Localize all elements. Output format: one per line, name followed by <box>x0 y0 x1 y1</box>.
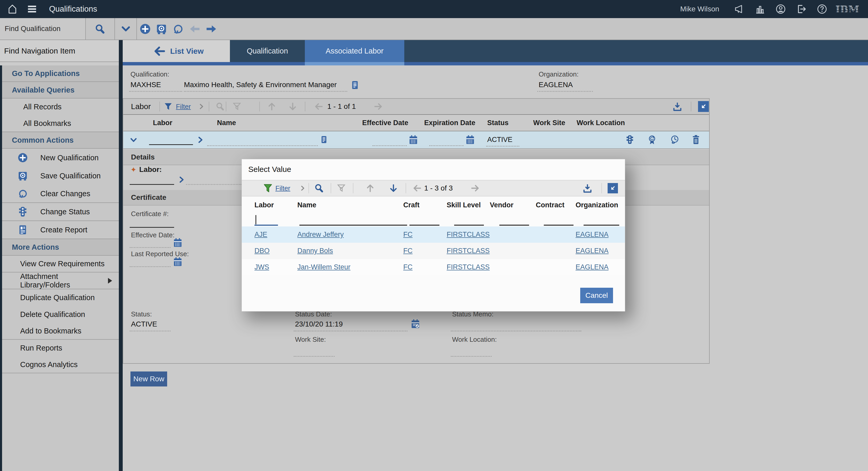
calendar-icon[interactable] <box>409 135 418 145</box>
cell-name[interactable]: Andrew Jeffery <box>297 231 344 239</box>
last-reported-use-field[interactable] <box>130 266 170 267</box>
cell-organization[interactable]: EAGLENA <box>576 231 609 239</box>
details-labor-input[interactable] <box>130 184 174 185</box>
dialog-next-row-icon[interactable] <box>389 183 398 193</box>
find-search-button[interactable] <box>85 18 115 39</box>
cell-craft[interactable]: FC <box>403 263 412 271</box>
search-rows-icon[interactable] <box>215 102 225 111</box>
sidebar-item-add-to-bookmarks[interactable]: Add to Bookmarks <box>2 323 119 340</box>
qualification-description-field[interactable] <box>184 91 347 92</box>
sidebar-header-go-to-applications[interactable]: Go To Applications <box>2 65 119 82</box>
dialog-search-icon[interactable] <box>314 183 324 193</box>
long-description-icon[interactable] <box>351 80 359 90</box>
cell-name[interactable]: Jan-Willem Steur <box>297 263 350 271</box>
reports-button[interactable] <box>753 0 767 18</box>
next-record-button[interactable] <box>206 23 217 35</box>
cell-skill-level[interactable]: FIRSTCLASS <box>447 231 490 239</box>
dialog-download-icon[interactable] <box>582 183 593 194</box>
sidebar-item-cognos-analytics[interactable]: Cognos Analytics <box>2 356 119 373</box>
sidebar-item-create-report[interactable]: Create Report <box>2 221 119 239</box>
col-name[interactable]: Name <box>217 119 236 127</box>
col-expiration-date[interactable]: Expiration Date <box>424 119 475 127</box>
row-effective-date-field[interactable] <box>373 145 407 146</box>
calendar-icon[interactable] <box>173 238 182 248</box>
row-labor-detail-icon[interactable] <box>196 136 204 144</box>
tab-list-view[interactable]: List View <box>123 40 230 62</box>
dialog-clear-filter-icon[interactable] <box>337 184 346 193</box>
previous-record-button[interactable] <box>189 23 200 35</box>
dialog-filter-link[interactable]: Filter <box>275 184 290 192</box>
cell-skill-level[interactable]: FIRSTCLASS <box>447 247 490 255</box>
cancel-button[interactable]: Cancel <box>580 288 613 303</box>
dialog-row-1[interactable]: AJE Andrew Jeffery FC FIRSTCLASS EAGLENA <box>242 227 625 243</box>
dlg-filter-vendor-input[interactable] <box>499 225 529 226</box>
sidebar-item-delete-qualification[interactable]: Delete Qualification <box>2 306 119 323</box>
cell-craft[interactable]: FC <box>403 247 412 255</box>
qualification-id-field[interactable] <box>129 91 182 92</box>
sidebar-item-duplicate-qualification[interactable]: Duplicate Qualification <box>2 289 119 306</box>
cell-craft[interactable]: FC <box>403 231 412 239</box>
row-expiration-date-field[interactable] <box>429 145 463 146</box>
find-options-button[interactable] <box>115 18 137 39</box>
sidebar-item-all-bookmarks[interactable]: All Bookmarks <box>2 115 119 132</box>
calendar-check-icon[interactable] <box>411 319 420 329</box>
cell-skill-level[interactable]: FIRSTCLASS <box>447 263 490 271</box>
dlg-col-craft[interactable]: Craft <box>403 201 420 209</box>
row-delete-icon[interactable] <box>692 135 700 145</box>
status-date-field[interactable] <box>294 331 407 331</box>
sidebar-item-clear-changes[interactable]: Clear Changes <box>2 185 119 203</box>
sidebar-item-view-crew-requirements[interactable]: View Crew Requirements <box>2 256 119 272</box>
filter-table-icon[interactable] <box>263 183 273 193</box>
next-page-icon[interactable] <box>373 101 383 111</box>
col-status[interactable]: Status <box>487 119 509 127</box>
dialog-previous-row-icon[interactable] <box>365 183 375 193</box>
col-effective-date[interactable]: Effective Date <box>362 119 408 127</box>
dialog-next-page-icon[interactable] <box>470 183 480 193</box>
dialog-row-2[interactable]: DBO Danny Bols FC FIRSTCLASS EAGLENA <box>242 243 625 259</box>
effective-date-field[interactable] <box>130 247 170 248</box>
help-button[interactable] <box>815 0 829 18</box>
dlg-filter-labor-input[interactable] <box>254 225 278 226</box>
chevron-right-icon[interactable] <box>197 103 205 110</box>
find-navigation-cell[interactable]: Find Navigation Item <box>0 40 119 62</box>
certificate-number-input[interactable] <box>130 227 174 228</box>
find-qualification-input[interactable] <box>0 18 83 39</box>
work-site-field[interactable] <box>294 356 335 357</box>
sidebar-item-new-qualification[interactable]: New Qualification <box>2 149 119 167</box>
col-labor[interactable]: Labor <box>153 119 172 127</box>
organization-field[interactable] <box>537 91 593 92</box>
row-labor-input[interactable] <box>149 144 193 145</box>
dlg-filter-name-input[interactable] <box>300 225 407 226</box>
collapse-table-button[interactable] <box>698 101 709 112</box>
clear-changes-button[interactable] <box>173 24 183 34</box>
row-renew-certificate-icon[interactable] <box>648 135 656 145</box>
cell-organization[interactable]: EAGLENA <box>576 247 609 255</box>
new-row-button[interactable]: New Row <box>130 372 167 386</box>
cell-organization[interactable]: EAGLENA <box>576 263 609 271</box>
calendar-icon[interactable] <box>466 135 475 145</box>
previous-row-icon[interactable] <box>267 101 277 111</box>
dlg-col-labor[interactable]: Labor <box>254 201 274 209</box>
dialog-collapse-button[interactable] <box>608 183 618 194</box>
chevron-right-icon[interactable] <box>299 185 306 192</box>
dlg-filter-organization-input[interactable] <box>584 225 619 226</box>
row-view-history-icon[interactable] <box>670 135 679 145</box>
dlg-filter-skill-input[interactable] <box>454 225 484 226</box>
dlg-col-organization[interactable]: Organization <box>576 201 618 209</box>
cell-name[interactable]: Danny Bols <box>297 247 333 255</box>
sidebar-item-all-records[interactable]: All Records <box>2 98 119 115</box>
status-field[interactable] <box>130 331 170 331</box>
new-record-button[interactable] <box>140 23 151 35</box>
dlg-col-vendor[interactable]: Vendor <box>490 201 514 209</box>
sidebar-item-run-reports[interactable]: Run Reports <box>2 340 119 356</box>
col-work-location[interactable]: Work Location <box>577 119 625 127</box>
cell-labor[interactable]: AJE <box>254 231 268 239</box>
filter-link[interactable]: Filter <box>176 102 191 111</box>
dlg-filter-craft-input[interactable] <box>409 225 439 226</box>
previous-page-icon[interactable] <box>314 101 324 111</box>
sidebar-item-change-status[interactable]: Change Status <box>2 203 119 221</box>
row-name-field[interactable] <box>207 145 318 146</box>
cell-labor[interactable]: DBO <box>254 247 270 255</box>
profile-button[interactable] <box>773 0 788 18</box>
status-memo-field[interactable] <box>451 331 581 331</box>
